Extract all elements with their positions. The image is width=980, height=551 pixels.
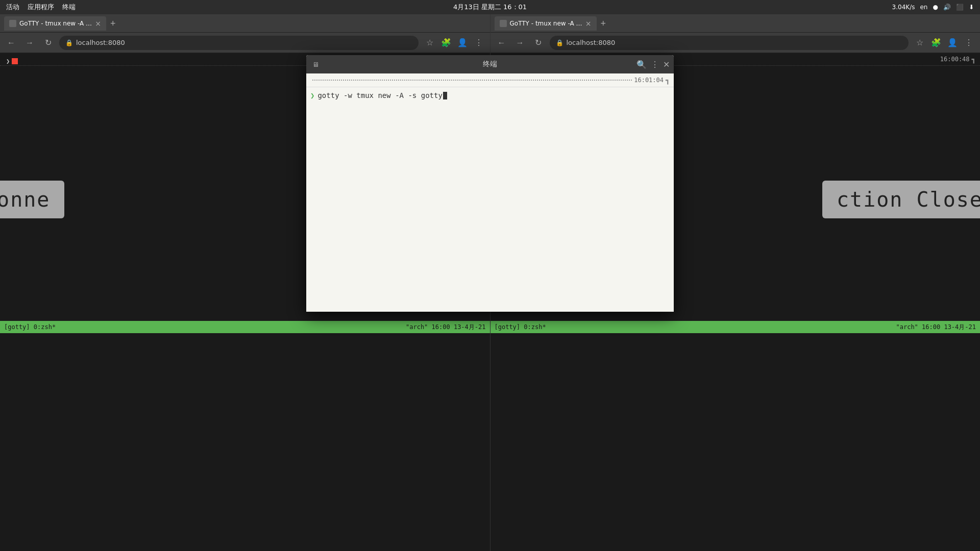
right-new-tab-button[interactable]: + (599, 19, 608, 28)
left-new-tab-button[interactable]: + (108, 19, 118, 28)
right-resize-icon: ┓ (972, 55, 976, 63)
right-bookmark-button[interactable]: ☆ (913, 36, 927, 50)
terminal-label[interactable]: 终端 (62, 3, 76, 12)
right-connection-text: ction Closed (837, 188, 980, 211)
right-address-text: localhost:8080 (567, 39, 616, 46)
keyboard-layout: en (920, 4, 927, 11)
left-address-bar-row: ← → ↻ 🔒 localhost:8080 ☆ 🧩 👤 ⋮ (0, 33, 490, 53)
left-connection-text: Conne (0, 188, 50, 211)
network-icon: ● (933, 4, 938, 11)
right-tab-close[interactable]: × (585, 20, 592, 27)
terminal-close-button[interactable]: ✕ (663, 60, 670, 69)
right-address-bar-actions: ☆ 🧩 👤 ⋮ (913, 36, 976, 50)
network-speed: 3.04K/s (892, 4, 915, 11)
right-active-tab[interactable]: GoTTY - tmux new -A -s g... × (495, 16, 597, 31)
volume-icon: 🔊 (943, 4, 951, 11)
applications-label[interactable]: 应用程序 (28, 3, 54, 12)
system-datetime: 4月13日 星期二 16：01 (453, 3, 527, 12)
terminal-popup-window: 🖥 终端 🔍 ⋮ ✕ 16:01:04 ┓ ❯ gotty -w tmux ne… (306, 55, 674, 312)
activities-label[interactable]: 活动 (6, 3, 19, 12)
left-status-box (12, 58, 18, 64)
left-tab-bar: GoTTY - tmux new -A -s g... × + (0, 14, 490, 33)
terminal-popup-expand-btn[interactable]: ┓ (666, 76, 670, 84)
terminal-popup-header: 🖥 终端 🔍 ⋮ ✕ (306, 55, 674, 73)
right-tab-favicon (500, 20, 507, 27)
right-status-left: [gotty] 0:zsh* (495, 323, 546, 331)
right-address-bar[interactable]: 🔒 localhost:8080 (550, 36, 909, 50)
left-address-text: localhost:8080 (76, 39, 125, 46)
right-timestamp: 16:00:48 (940, 56, 970, 63)
right-back-button[interactable]: ← (495, 36, 509, 50)
terminal-popup-dotted-bar: 16:01:04 ┓ (306, 73, 674, 87)
right-account-button[interactable]: 👤 (945, 36, 960, 50)
right-reload-button[interactable]: ↻ (531, 36, 546, 50)
right-address-lock-icon: 🔒 (556, 39, 564, 46)
battery-icon: ⬛ (956, 4, 964, 11)
left-pane-indicator: ❯ (6, 58, 18, 65)
left-chevron-icon: ❯ (6, 58, 10, 65)
terminal-dots-line (312, 80, 632, 81)
right-extensions-button[interactable]: 🧩 (929, 36, 943, 50)
terminal-popup-command: gotty -w tmux new -A -s gotty (317, 91, 442, 99)
terminal-popup-icon: 🖥 (312, 61, 319, 68)
terminal-popup-cursor (443, 92, 447, 99)
right-status-bar: [gotty] 0:zsh* "arch" 16:00 13-4月-21 (491, 321, 981, 333)
left-menu-button[interactable]: ⋮ (472, 36, 486, 50)
system-bar-left: 活动 应用程序 终端 (6, 3, 76, 12)
left-bookmark-button[interactable]: ☆ (423, 36, 437, 50)
system-bar: 活动 应用程序 终端 4月13日 星期二 16：01 3.04K/s en ● … (0, 0, 980, 14)
right-tab-bar: GoTTY - tmux new -A -s g... × + (491, 14, 981, 33)
right-tab-title: GoTTY - tmux new -A -s g... (510, 20, 582, 27)
browsers-row: GoTTY - tmux new -A -s g... × + ← → ↻ 🔒 … (0, 14, 980, 551)
left-address-lock-icon: 🔒 (65, 39, 73, 46)
terminal-popup-title: 终端 (483, 60, 497, 69)
left-status-right: "arch" 16:00 13-4月-21 (406, 323, 486, 332)
terminal-menu-button[interactable]: ⋮ (651, 60, 659, 69)
right-forward-button[interactable]: → (513, 36, 527, 50)
left-back-button[interactable]: ← (4, 36, 18, 50)
right-menu-button[interactable]: ⋮ (962, 36, 976, 50)
left-tab-title: GoTTY - tmux new -A -s g... (19, 20, 92, 27)
terminal-popup-prompt-line: ❯ gotty -w tmux new -A -s gotty (310, 91, 670, 99)
right-address-bar-row: ← → ↻ 🔒 localhost:8080 ☆ 🧩 👤 ⋮ (491, 33, 981, 53)
right-status-right: "arch" 16:00 13-4月-21 (896, 323, 976, 332)
terminal-popup-controls: 🔍 ⋮ ✕ (636, 60, 670, 69)
terminal-popup-timestamp: 16:01:04 (634, 77, 664, 84)
right-connection-closed-overlay: ction Closed (822, 181, 980, 218)
left-tab-close[interactable]: × (95, 20, 101, 27)
left-reload-button[interactable]: ↻ (41, 36, 55, 50)
left-forward-button[interactable]: → (22, 36, 37, 50)
left-status-left: [gotty] 0:zsh* (4, 323, 56, 331)
left-tab-favicon (9, 20, 16, 27)
terminal-search-button[interactable]: 🔍 (636, 60, 647, 69)
terminal-popup-body: ❯ gotty -w tmux new -A -s gotty (306, 87, 674, 312)
terminal-popup-prompt-arrow: ❯ (310, 91, 314, 99)
system-bar-right: 3.04K/s en ● 🔊 ⬛ ⬇ (892, 4, 974, 11)
left-account-button[interactable]: 👤 (455, 36, 470, 50)
left-address-bar[interactable]: 🔒 localhost:8080 (59, 36, 419, 50)
left-connection-closed-overlay: Conne (0, 181, 64, 218)
left-extensions-button[interactable]: 🧩 (439, 36, 453, 50)
settings-icon: ⬇ (969, 4, 974, 11)
left-active-tab[interactable]: GoTTY - tmux new -A -s g... × (4, 16, 106, 31)
left-status-bar: [gotty] 0:zsh* "arch" 16:00 13-4月-21 (0, 321, 490, 333)
left-address-bar-actions: ☆ 🧩 👤 ⋮ (423, 36, 486, 50)
